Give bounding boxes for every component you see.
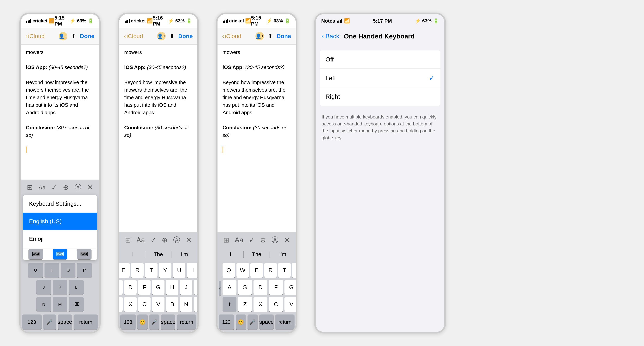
kb-compress-icon[interactable]: ⌨ [28,249,43,259]
k-I2[interactable]: I [187,263,199,278]
return-key-1[interactable]: return [74,315,98,330]
suggest-Im-3[interactable]: I'm [270,251,296,257]
font-3[interactable]: Aa [235,236,243,244]
k-Q3[interactable]: Q [222,263,235,278]
k-A3[interactable]: A [222,280,236,295]
k-Z2[interactable]: Z [118,297,123,312]
key-K[interactable]: K [53,280,67,295]
add-3[interactable]: ⊕ [260,236,266,244]
k-V2[interactable]: V [152,297,164,312]
k-S3[interactable]: S [238,280,252,295]
return-2[interactable]: return [177,315,196,330]
k-H2[interactable]: H [166,280,178,295]
key-N[interactable]: N [36,297,51,312]
table-2[interactable]: ⊞ [125,236,131,244]
k-T3[interactable]: T [278,263,291,278]
add-2[interactable]: ⊕ [162,236,168,244]
space-key-1[interactable]: space [58,315,72,330]
close-3[interactable]: ✕ [284,236,290,244]
kb-expand-icon[interactable]: ⌨ [77,249,92,259]
k-T2[interactable]: T [145,263,158,278]
k-W3[interactable]: W [236,263,249,278]
k-S2[interactable]: S [118,280,123,295]
suggest-I-3[interactable]: I [218,251,244,257]
done-3[interactable]: Done [276,33,291,39]
key-U[interactable]: U [28,263,43,278]
add-icon[interactable]: ⊕ [63,183,69,191]
emoji-item[interactable]: Emoji [23,230,97,248]
k-G2[interactable]: G [152,280,164,295]
key-M[interactable]: M [53,297,67,312]
k-U2[interactable]: U [173,263,186,278]
mic-key-1[interactable]: 🎤 [43,315,56,330]
check-2[interactable]: ✓ [150,236,156,244]
num-2[interactable]: 123 [120,315,136,330]
back-button-1[interactable]: ‹ iCloud [26,33,44,39]
suggest-I-2[interactable]: I [119,251,145,257]
table-3[interactable]: ⊞ [223,236,229,244]
key-O[interactable]: O [61,263,76,278]
english-us-item[interactable]: English (US) [23,213,97,230]
settings-back-button[interactable]: ‹ Back [322,32,339,40]
k-V3[interactable]: V [284,297,297,312]
compose-2[interactable]: Ⓐ [173,235,180,245]
k-M2[interactable]: M [194,297,199,312]
k-D2[interactable]: D [124,280,136,295]
font-icon[interactable]: Aa [38,184,46,191]
space-3[interactable]: space [259,315,274,330]
suggest-The-2[interactable]: The [145,251,171,257]
emoji-2[interactable]: 😊 [138,315,148,330]
k-J2[interactable]: J [180,280,192,295]
close-2[interactable]: ✕ [186,236,192,244]
k-R2[interactable]: R [131,263,144,278]
k-X3[interactable]: X [254,297,268,312]
k-K2[interactable]: K [194,280,199,295]
k-Y2[interactable]: Y [159,263,172,278]
close-icon[interactable]: ✕ [87,183,93,191]
mic-3[interactable]: 🎤 [248,315,258,330]
mic-2[interactable]: 🎤 [149,315,160,330]
k-C3[interactable]: C [269,297,283,312]
key-delete[interactable]: ⌫ [69,297,84,312]
person-3[interactable]: 👤+ [256,32,264,40]
k-X2[interactable]: X [124,297,136,312]
k-E3[interactable]: E [250,263,263,278]
settings-row-left[interactable]: Left ✓ [320,69,440,88]
person-add-2[interactable]: 👤+ [157,32,166,40]
k-G3[interactable]: G [284,280,297,295]
font-2[interactable]: Aa [136,236,145,244]
num-3[interactable]: 123 [219,315,234,330]
k-F2[interactable]: F [138,280,150,295]
compose-icon[interactable]: Ⓐ [74,183,82,192]
compose-3[interactable]: Ⓐ [272,235,278,245]
person-add-icon[interactable]: 👤+ [59,32,67,40]
k-Y3[interactable]: Y [292,263,297,278]
key-J[interactable]: J [36,280,51,295]
share-3[interactable]: ⬆ [268,33,273,39]
done-2[interactable]: Done [178,33,193,39]
check-3[interactable]: ✓ [249,236,255,244]
emoji-3[interactable]: 😊 [236,315,246,330]
settings-row-off[interactable]: Off [320,50,440,69]
kb-normal-icon[interactable]: ⌨ [53,249,67,259]
k-Z3[interactable]: Z [238,297,252,312]
space-2[interactable]: space [161,315,176,330]
checklist-icon[interactable]: ✓ [51,183,57,191]
k-C2[interactable]: C [138,297,150,312]
k-D3[interactable]: D [254,280,268,295]
key-I[interactable]: I [44,263,59,278]
k-E2[interactable]: E [118,263,130,278]
k-B2[interactable]: B [166,297,178,312]
back-button-2[interactable]: ‹ iCloud [124,33,143,39]
suggest-The-3[interactable]: The [244,251,270,257]
table-icon[interactable]: ⊞ [27,183,33,191]
k-F3[interactable]: F [269,280,283,295]
key-L[interactable]: L [69,280,84,295]
share-2[interactable]: ⬆ [170,33,174,39]
k-R3[interactable]: R [264,263,277,278]
left-arrow-3[interactable]: ‹ [219,281,221,296]
num-key-1[interactable]: 123 [22,315,42,330]
k-N2[interactable]: N [180,297,192,312]
done-button-1[interactable]: Done [80,33,94,39]
return-3[interactable]: return [275,315,294,330]
